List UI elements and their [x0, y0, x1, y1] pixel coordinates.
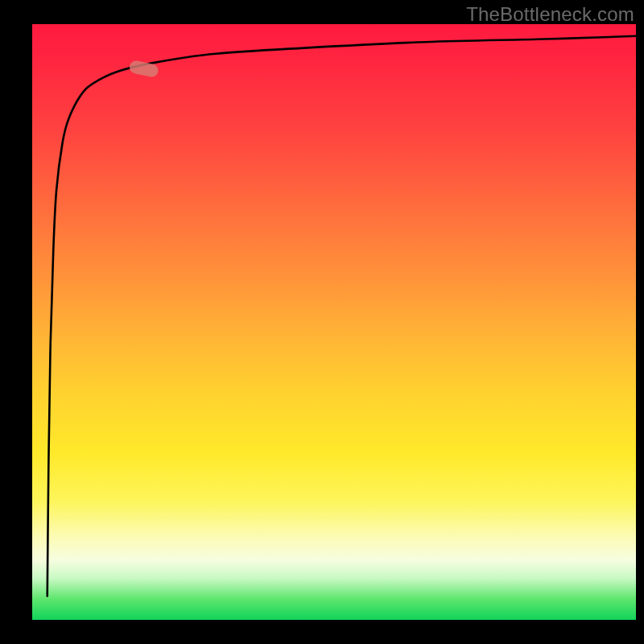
chart-svg	[32, 24, 636, 620]
chart-curve	[47, 36, 636, 597]
watermark-text: TheBottleneck.com	[466, 3, 634, 26]
chart-plot-area	[32, 24, 636, 620]
